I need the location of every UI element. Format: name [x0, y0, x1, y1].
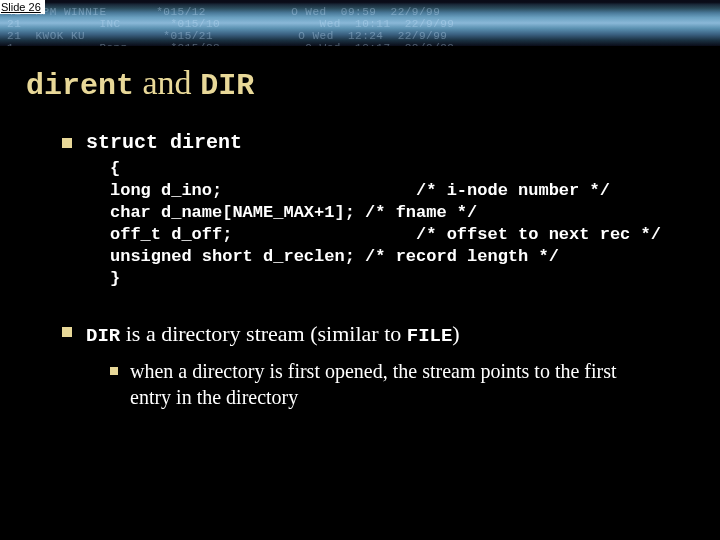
square-bullet-icon	[62, 138, 72, 148]
bullet-2-text: DIR is a directory stream (similar to FI…	[86, 320, 460, 350]
sub-bullet-1: when a directory is first opened, the st…	[110, 358, 682, 410]
bullet-1-label: struct dirent	[86, 131, 242, 154]
struct-code-block: { long d_ino; /* i-node number */ char d…	[110, 158, 682, 290]
slide-number-label: Slide 26	[0, 0, 45, 14]
bullet-2-code-1: DIR	[86, 325, 120, 347]
bullet-2-code-2: FILE	[407, 325, 453, 347]
title-code-1: dirent	[26, 69, 134, 103]
slide-title: dirent and DIR	[26, 64, 720, 103]
bullet-2: DIR is a directory stream (similar to FI…	[62, 320, 682, 350]
bullet-1: struct dirent	[62, 131, 682, 154]
square-bullet-icon	[62, 327, 72, 337]
bullet-2-mid: is a directory stream (similar to	[120, 321, 407, 346]
title-and: and	[134, 64, 200, 101]
header-trace-text: 41 MPM WINNIE *015/12 O Wed 09:59 22/9/9…	[0, 6, 720, 46]
header-band: 41 MPM WINNIE *015/12 O Wed 09:59 22/9/9…	[0, 0, 720, 46]
square-bullet-icon	[110, 367, 118, 375]
bullet-2-end: )	[452, 321, 459, 346]
sub-bullet-1-text: when a directory is first opened, the st…	[130, 358, 660, 410]
content-area: struct dirent { long d_ino; /* i-node nu…	[62, 131, 682, 410]
title-code-2: DIR	[200, 69, 254, 103]
